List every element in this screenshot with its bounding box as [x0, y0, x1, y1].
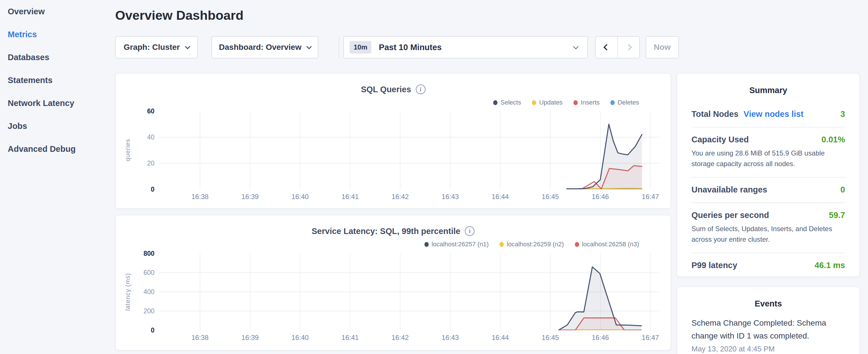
- chart-title: Service Latency: SQL, 99th percentile: [312, 227, 461, 236]
- summary-row-label: Queries per second: [691, 211, 769, 220]
- legend-item-localhost-26257-n1: localhost:26257 (n1): [425, 240, 489, 248]
- legend-item-updates: Updates: [532, 99, 562, 106]
- graph-dropdown[interactable]: Graph: Cluster: [115, 36, 198, 58]
- legend-dot-icon: [574, 100, 578, 105]
- x-axis-tick: 16:44: [492, 334, 509, 342]
- plot-area[interactable]: [158, 111, 659, 189]
- plot-area[interactable]: [158, 254, 659, 330]
- time-range-label: Past 10 Minutes: [379, 43, 442, 52]
- service-latency-chart-card: Service Latency: SQL, 99th percentile i …: [115, 215, 671, 351]
- x-axis-tick: 16:41: [342, 193, 359, 201]
- legend-dot-icon: [425, 242, 429, 247]
- time-next-button[interactable]: [617, 37, 639, 58]
- event-text: Schema Change Completed: Schema change w…: [691, 317, 845, 342]
- x-axis-tick: 16:41: [342, 334, 359, 342]
- x-axis-ticks: 16:3816:3916:4016:4116:4216:4316:4416:45…: [158, 193, 659, 202]
- y-axis-tick: 0: [116, 326, 154, 334]
- info-icon[interactable]: i: [416, 85, 426, 94]
- dashboard-dropdown-label: Dashboard: Overview: [219, 43, 302, 52]
- legend-label: Inserts: [581, 99, 599, 106]
- chart-legend: localhost:26257 (n1)localhost:26259 (n2)…: [425, 240, 639, 248]
- legend-label: Updates: [539, 99, 562, 106]
- chevron-down-icon: [573, 44, 578, 49]
- graph-dropdown-label: Graph: Cluster: [124, 43, 180, 52]
- summary-row-label: P99 latency: [691, 261, 737, 270]
- chevron-down-icon: [306, 44, 311, 49]
- summary-row-value: 3: [840, 109, 845, 119]
- summary-row-label: Unavailable ranges: [691, 185, 767, 194]
- legend-dot-icon: [610, 100, 615, 105]
- x-axis-tick: 16:38: [191, 193, 209, 201]
- sidebar-item-statements[interactable]: Statements: [0, 69, 115, 92]
- x-axis-tick: 16:45: [541, 193, 559, 201]
- legend-dot-icon: [575, 242, 579, 247]
- y-axis-tick: 200: [116, 307, 154, 315]
- summary-row-value: 0.01%: [822, 135, 845, 144]
- chevron-right-icon: [625, 44, 632, 51]
- sidebar-item-databases[interactable]: Databases: [0, 46, 115, 69]
- x-axis-ticks: 16:3816:3916:4016:4116:4216:4316:4416:45…: [158, 334, 659, 344]
- legend-label: Selects: [500, 99, 521, 106]
- event-item: Schema Change Completed: Schema change w…: [691, 317, 845, 353]
- y-axis-tick: 60: [116, 107, 154, 115]
- x-axis-tick: 16:47: [642, 334, 659, 342]
- x-axis-tick: 16:39: [242, 193, 259, 201]
- legend-label: localhost:26257 (n1): [432, 240, 489, 248]
- y-axis-tick: 800: [116, 250, 154, 257]
- x-axis-tick: 16:40: [291, 193, 309, 201]
- now-button[interactable]: Now: [646, 36, 679, 58]
- view-nodes-list-link[interactable]: View nodes list: [744, 109, 804, 119]
- events-panel: Events Schema Change Completed: Schema c…: [677, 286, 860, 354]
- event-timestamp: May 13, 2020 at 4:45 PM: [691, 345, 845, 353]
- sidebar-item-overview[interactable]: Overview: [0, 0, 115, 23]
- time-range-dropdown[interactable]: 10m Past 10 Minutes: [343, 36, 588, 58]
- sidebar-item-metrics[interactable]: Metrics: [0, 23, 115, 46]
- summary-row-label: Total Nodes: [691, 109, 739, 119]
- legend-item-localhost-26258-n3: localhost:26258 (n3): [575, 240, 639, 248]
- chart-legend: SelectsUpdatesInsertsDeletes: [493, 99, 639, 106]
- summary-row-total-nodes: Total NodesView nodes list3: [691, 102, 845, 127]
- time-prev-button[interactable]: [596, 37, 617, 58]
- summary-panel: Summary Total NodesView nodes list3Capac…: [677, 73, 860, 277]
- legend-dot-icon: [493, 100, 497, 105]
- info-icon[interactable]: i: [465, 226, 474, 236]
- x-axis-tick: 16:44: [492, 193, 509, 201]
- sidebar-nav: OverviewMetricsDatabasesStatementsNetwor…: [0, 0, 115, 354]
- time-step-buttons: [595, 36, 640, 58]
- chevron-left-icon: [603, 44, 610, 51]
- x-axis-tick: 16:45: [541, 334, 559, 342]
- summary-row-queries-per-second: Queries per second59.7Sum of Selects, Up…: [691, 202, 845, 253]
- y-axis-tick: 20: [116, 160, 154, 167]
- y-axis-tick: 400: [116, 288, 154, 296]
- summary-row-unavailable-ranges: Unavailable ranges0: [691, 177, 845, 202]
- summary-row-description: Sum of Selects, Updates, Inserts, and De…: [691, 223, 845, 245]
- legend-item-selects: Selects: [493, 99, 521, 106]
- x-axis-tick: 16:46: [592, 193, 609, 201]
- y-axis-ticks: 0200400600800: [116, 254, 154, 330]
- x-axis-tick: 16:38: [191, 334, 209, 342]
- x-axis-tick: 16:42: [392, 334, 409, 342]
- chevron-down-icon: [185, 44, 190, 49]
- summary-row-capacity-used: Capacity Used0.01%You are using 28.6 MiB…: [691, 127, 845, 177]
- chart-title: SQL Queries: [361, 85, 411, 94]
- legend-label: localhost:26258 (n3): [582, 240, 639, 248]
- sidebar-item-advanced-debug[interactable]: Advanced Debug: [0, 137, 115, 160]
- page-title: Overview Dashboard: [115, 8, 244, 23]
- summary-row-p99-latency: P99 latency46.1 ms: [691, 253, 845, 278]
- legend-dot-icon: [532, 100, 536, 105]
- summary-row-value: 46.1 ms: [815, 261, 845, 270]
- legend-label: Deletes: [618, 99, 639, 106]
- legend-item-inserts: Inserts: [574, 99, 599, 106]
- time-range-badge: 10m: [350, 41, 371, 54]
- legend-item-deletes: Deletes: [610, 99, 639, 106]
- y-axis-tick: 0: [116, 186, 154, 193]
- sidebar-item-network-latency[interactable]: Network Latency: [0, 92, 115, 115]
- dashboard-dropdown[interactable]: Dashboard: Overview: [212, 36, 318, 58]
- chart-title-row: SQL Queries i: [116, 85, 671, 94]
- y-axis-ticks: 0204060: [116, 111, 154, 189]
- admin-ui: OverviewMetricsDatabasesStatementsNetwor…: [0, 0, 868, 354]
- summary-rows: Total NodesView nodes list3Capacity Used…: [677, 95, 859, 278]
- sidebar-item-jobs[interactable]: Jobs: [0, 115, 115, 137]
- y-axis-tick: 40: [116, 133, 154, 141]
- x-axis-tick: 16:42: [392, 193, 409, 201]
